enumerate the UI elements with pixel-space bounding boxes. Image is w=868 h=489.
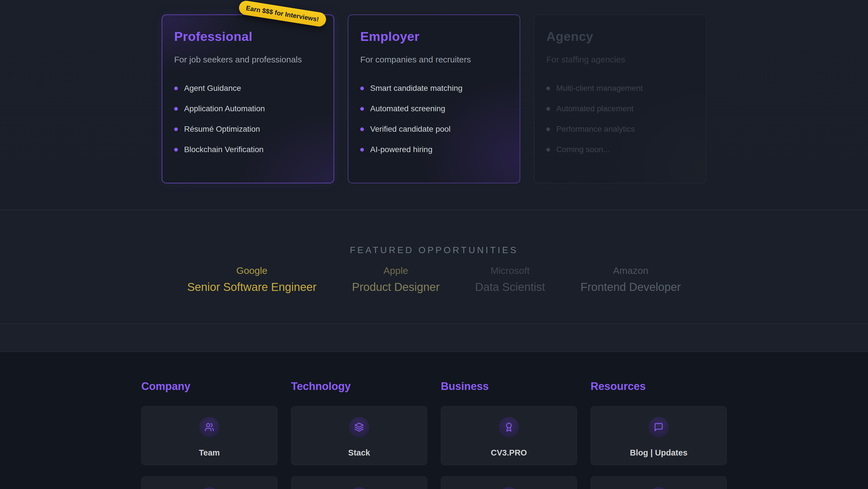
plan-feature: Blockchain Verification [174, 146, 322, 153]
plan-feature: Automated screening [360, 105, 508, 113]
footer-grid: Company Team Technology [141, 352, 727, 489]
plan-feature: Performance analytics [546, 125, 694, 133]
plan-title: Professional [174, 29, 322, 44]
layers-icon [349, 417, 369, 437]
plan-feature: Coming soon... [546, 146, 694, 153]
plan-title: Agency [546, 29, 694, 44]
plan-feature-list: Smart candidate matching Automated scree… [360, 84, 508, 153]
footer-column-heading: Business [441, 380, 577, 393]
plan-feature-list: Agent Guidance Application Automation Ré… [174, 84, 322, 153]
featured-job-google[interactable]: Google Senior Software Engineer [187, 265, 316, 293]
plan-feature: Verified candidate pool [360, 125, 508, 133]
footer-column-technology: Technology Stack [291, 380, 427, 489]
bullet-dot-icon [174, 148, 178, 151]
bullet-dot-icon [174, 87, 178, 90]
plans-row: Earn $$$ for Interviews! Professional Fo… [0, 0, 868, 183]
plan-feature-list: Multi-client management Automated placem… [546, 84, 694, 153]
plan-description: For staffing agencies [546, 55, 694, 64]
footer-card-label: Team [199, 448, 220, 458]
bullet-dot-icon [546, 87, 550, 90]
footer-card-cv3pro[interactable]: CV3.PRO [441, 406, 577, 465]
plan-feature: Résumé Optimization [174, 125, 322, 133]
plan-feature: Smart candidate matching [360, 84, 508, 92]
bullet-dot-icon [174, 107, 178, 111]
footer-card-label: CV3.PRO [491, 448, 527, 458]
bullet-dot-icon [360, 107, 364, 111]
plan-feature: Multi-client management [546, 84, 694, 92]
footer-column-business: Business CV3.PRO [441, 380, 577, 489]
job-company: Google [187, 265, 316, 276]
icon-circle [199, 487, 220, 489]
job-title: Senior Software Engineer [187, 281, 316, 293]
bullet-dot-icon [360, 87, 364, 90]
icon-circle [648, 487, 669, 489]
bullet-dot-icon [360, 148, 364, 151]
featured-job-apple[interactable]: Apple Product Designer [352, 265, 440, 293]
plan-card-agency: Agency For staffing agencies Multi-clien… [534, 15, 706, 183]
featured-job-amazon[interactable]: Amazon Frontend Developer [581, 265, 681, 293]
icon-circle [349, 487, 369, 489]
plan-description: For companies and recruiters [360, 55, 508, 64]
job-title: Frontend Developer [581, 281, 681, 293]
footer-column-resources: Resources Blog | Updates [591, 380, 727, 489]
job-company: Microsoft [475, 265, 545, 276]
featured-heading: FEATURED OPPORTUNITIES [0, 210, 868, 255]
job-company: Amazon [581, 265, 681, 276]
site-footer: Company Team Technology [0, 352, 868, 489]
footer-column-company: Company Team [141, 380, 277, 489]
footer-card-partial[interactable] [141, 476, 277, 489]
plan-feature: Agent Guidance [174, 84, 322, 92]
plan-title: Employer [360, 29, 508, 44]
users-icon [199, 417, 220, 437]
footer-card-label: Stack [348, 448, 370, 458]
award-icon [499, 417, 519, 437]
footer-card-partial[interactable] [441, 476, 577, 489]
footer-card-partial[interactable] [591, 476, 727, 489]
footer-column-heading: Resources [591, 380, 727, 393]
plan-feature: AI-powered hiring [360, 146, 508, 153]
job-title: Product Designer [352, 281, 440, 293]
featured-job-microsoft[interactable]: Microsoft Data Scientist [475, 265, 545, 293]
footer-column-heading: Technology [291, 380, 427, 393]
footer-card-partial[interactable] [291, 476, 427, 489]
bullet-dot-icon [546, 148, 550, 151]
bullet-dot-icon [174, 127, 178, 131]
spacer-band [0, 324, 868, 352]
plan-feature: Automated placement [546, 105, 694, 113]
icon-circle [499, 487, 519, 489]
footer-column-heading: Company [141, 380, 277, 393]
footer-card-blog[interactable]: Blog | Updates [591, 406, 727, 465]
message-square-icon [648, 417, 669, 437]
job-title: Data Scientist [475, 281, 545, 293]
featured-opportunities-section: FEATURED OPPORTUNITIES Google Senior Sof… [0, 210, 868, 324]
plan-feature: Application Automation [174, 105, 322, 113]
earn-for-interviews-badge: Earn $$$ for Interviews! [238, 0, 327, 28]
footer-card-label: Blog | Updates [630, 448, 687, 458]
plan-description: For job seekers and professionals [174, 55, 322, 64]
plan-card-employer[interactable]: Employer For companies and recruiters Sm… [348, 15, 520, 183]
footer-card-team[interactable]: Team [141, 406, 277, 465]
job-company: Apple [352, 265, 440, 276]
plan-card-professional[interactable]: Earn $$$ for Interviews! Professional Fo… [162, 15, 334, 183]
bullet-dot-icon [360, 127, 364, 131]
footer-card-stack[interactable]: Stack [291, 406, 427, 465]
bullet-dot-icon [546, 107, 550, 111]
featured-jobs-row: Google Senior Software Engineer Apple Pr… [0, 265, 868, 293]
plans-section: Earn $$$ for Interviews! Professional Fo… [0, 0, 868, 210]
bullet-dot-icon [546, 127, 550, 131]
